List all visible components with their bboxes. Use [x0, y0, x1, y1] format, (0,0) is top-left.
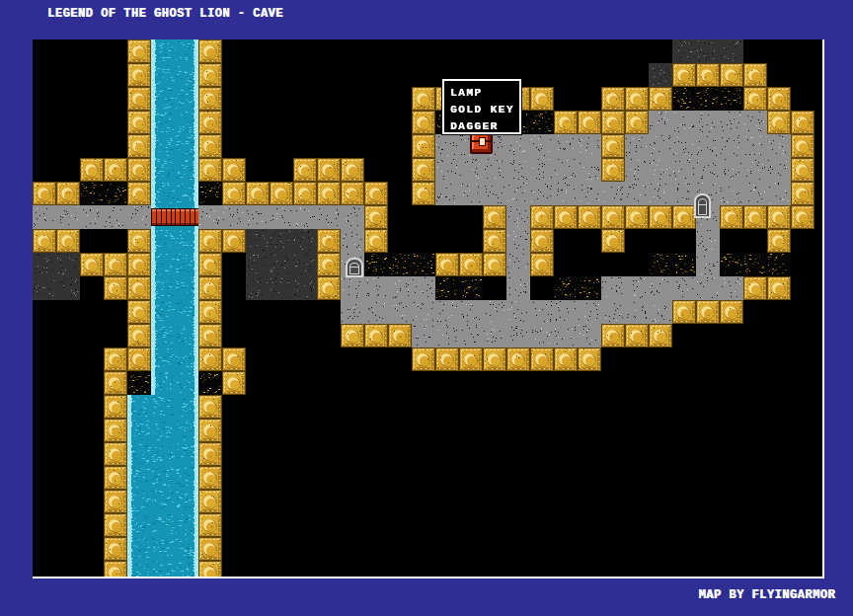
cave-map-area: LAMP GOLD KEY DAGGER	[33, 39, 824, 578]
item-label-dagger: DAGGER	[450, 118, 519, 135]
door-handle	[349, 267, 359, 268]
credit-text: MAP BY FLYINGARMOR	[698, 588, 835, 602]
page-title: LEGEND OF THE GHOST LION - CAVE	[47, 7, 283, 27]
door-icon-west	[346, 258, 363, 277]
item-list-box: LAMP GOLD KEY DAGGER	[442, 79, 521, 134]
item-label-gold-key: GOLD KEY	[450, 102, 519, 118]
game-map-window: LEGEND OF THE GHOST LION - CAVE LAMP GOL…	[0, 0, 853, 616]
door-icon-east	[694, 193, 711, 218]
item-label-lamp: LAMP	[450, 85, 519, 102]
door-handle	[698, 204, 707, 205]
door-panel	[349, 263, 359, 274]
door-panel	[698, 198, 707, 215]
cave-map-canvas	[33, 39, 822, 577]
chest-keyhole	[479, 137, 486, 146]
